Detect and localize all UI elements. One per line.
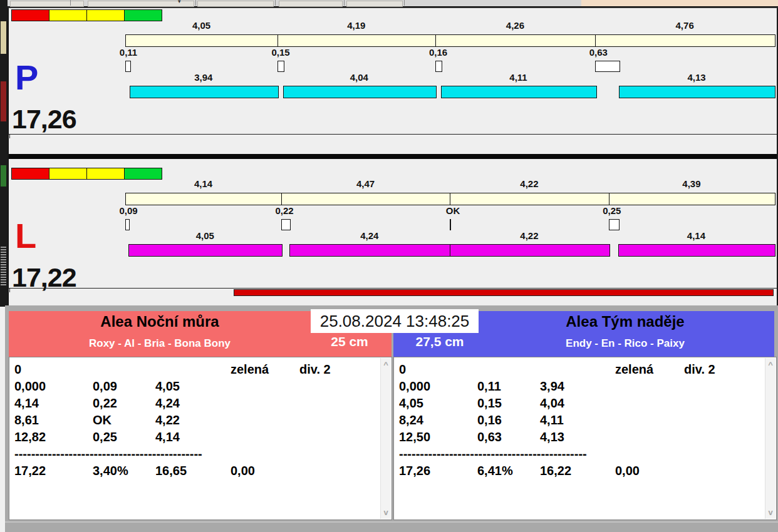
results-cell: 4,13 [540,430,615,444]
results-row: 8,61OK4,22 [14,413,378,430]
background-window-peach-strip [581,0,778,6]
results-cell: 0,63 [477,430,540,444]
dog-run-bar [283,86,436,98]
change-time-label: 0,09 [103,206,153,216]
change-time-box [277,61,284,72]
split-bar [125,34,775,47]
results-cell: 17,22 [14,464,93,478]
results-cell: 0,09 [93,379,155,394]
split-divider [435,35,436,46]
scroll-up-icon[interactable]: ^ [765,360,775,369]
split-time-label: 4,19 [277,21,435,31]
change-time-box [281,219,291,230]
change-time-label: 0,25 [587,206,637,216]
run-time-label: 4,05 [128,231,281,241]
results-cell: 0,25 [93,430,155,444]
results-cell: 0,000 [14,379,93,394]
results-cell: 4,11 [540,413,615,427]
run-time-label: 4,22 [450,231,609,241]
results-cell: 12,50 [399,430,477,444]
results-cell: 16,65 [155,464,231,478]
scroll-up-icon[interactable]: ^ [381,360,391,369]
results-cell: 8,24 [399,413,477,427]
split-divider [609,193,609,205]
results-cell: 4,24 [155,396,231,411]
results-row: 17,223,40%16,650,00 [14,464,378,481]
results-row: 12,500,634,13 [399,430,762,447]
results-cell: 4,05 [399,396,477,411]
sliver-fragment [1,245,6,287]
results-divider-line: ----------------------------------------… [14,447,378,464]
results-lines: 0zelenádiv. 20,0000,113,944,050,154,048,… [399,362,762,517]
lane-chart: 4,050,113,944,190,154,044,260,164,114,76… [9,8,777,154]
results-row: 4,140,224,24 [14,396,378,413]
change-time-label: 0,63 [573,48,623,58]
results-row: 0,0000,094,05 [14,379,378,396]
dropdown-caret-icon: ▾ [178,0,181,4]
background-window-left-sliver [0,0,8,307]
change-time-box [609,219,620,230]
results-row: 17,266,41%16,220,00 [399,464,762,481]
lane-P: P 4,050,113,944,190,154,044,260,164,114,… [9,8,777,154]
split-divider [450,193,450,205]
results-cell: 3,40% [93,464,155,478]
results-cell: 4,14 [14,396,93,411]
team-dogs: Endy - En - Rico - Paixy [481,337,769,350]
run-time-label: 3,94 [130,73,277,83]
results-row: 0zelenádiv. 2 [14,362,378,379]
results-text-panel-right[interactable]: 0zelenádiv. 20,0000,113,944,050,154,048,… [393,357,777,520]
lane-chart: 4,140,094,054,470,224,244,22OK4,224,390,… [9,159,777,289]
scroll-down-icon[interactable]: v [381,508,391,517]
scrollbar[interactable]: ^ v [380,358,391,519]
run-time-label: 4,11 [441,73,596,83]
change-time-label: 0,11 [103,48,153,58]
results-row: 0,0000,113,94 [399,379,762,396]
scroll-down-icon[interactable]: v [765,508,775,517]
dog-run-bar [130,86,279,98]
results-cell: OK [93,413,155,427]
run-time-label: 4,14 [618,231,774,241]
team-name: Alea Tým naděje [481,313,769,330]
results-cell: 17,26 [399,464,477,478]
split-time-label: 4,22 [450,179,609,189]
sliver-fragment [1,81,6,121]
split-time-label: 4,05 [125,21,277,31]
lane-separator [9,154,777,159]
results-cell: 6,41% [477,464,540,478]
team-dogs: Roxy - Al - Bria - Bona Bony [9,337,311,350]
dog-run-bar [450,244,610,257]
results-cell: 4,22 [155,413,231,427]
results-cell: 0,22 [93,396,155,411]
split-divider [595,35,596,46]
toolbar-segment [279,1,343,7]
results-cell: 0,16 [477,413,540,427]
lane-total-time: 17,22 [12,264,76,291]
results-row: 0zelenádiv. 2 [399,362,762,379]
split-time-label: 4,47 [281,179,450,189]
bottom-strip-line [5,521,778,523]
jump-height-badge: 27,5 cm [402,334,477,349]
change-time-box [125,61,131,72]
results-text-panel-left[interactable]: 0zelenádiv. 20,0000,094,054,140,224,248,… [9,357,392,520]
lane-L: L 4,140,094,054,470,224,244,22OK4,224,39… [9,159,777,289]
sliver-fragment [1,21,6,54]
dog-run-bar [619,86,775,98]
split-time-label: 4,39 [609,179,774,189]
results-row: 4,050,154,04 [399,396,762,413]
lane-total-time: 17,26 [12,106,76,133]
results-cell: 4,14 [155,430,231,444]
change-time-label: OK [428,206,478,216]
change-ok-tick [450,219,451,230]
results-area: Alea Noční můra Roxy - Al - Bria - Bona … [5,305,778,532]
change-time-box [125,219,130,230]
toolbar-segment [346,1,403,7]
background-window-top-sliver: ▾ [8,0,778,8]
results-cell: 0 [399,362,477,377]
results-cell: zelená [615,362,684,377]
results-cell: 12,82 [14,430,93,444]
split-time-label: 4,26 [435,21,596,31]
toolbar-tick [195,0,196,6]
scrollbar[interactable]: ^ v [765,358,775,519]
race-progress-bar [234,289,774,296]
toolbar-tick [404,0,405,6]
